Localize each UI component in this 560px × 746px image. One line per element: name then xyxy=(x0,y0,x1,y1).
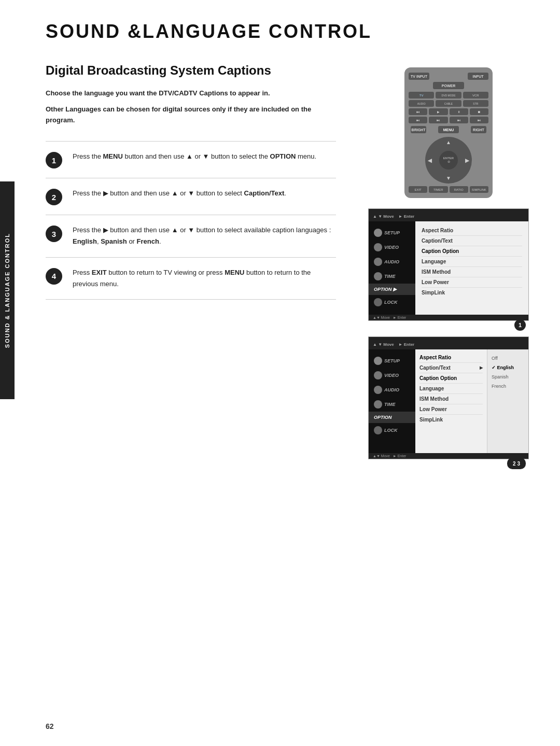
sub-english[interactable]: English xyxy=(487,363,528,372)
nav-circle: ▲ ▼ ◀ ▶ ENTER⊙ xyxy=(425,137,472,184)
nav-left-arrow[interactable]: ◀ xyxy=(428,158,432,163)
nav-down-arrow[interactable]: ▼ xyxy=(446,175,451,181)
sub-off[interactable]: Off xyxy=(487,354,528,363)
pause-btn[interactable]: ⏸ xyxy=(450,108,468,115)
caption-option-item-1[interactable]: Caption Option xyxy=(422,246,522,257)
menu-audio[interactable]: AUDIO xyxy=(369,255,415,269)
bright-btn[interactable]: BRIGHT xyxy=(411,126,426,133)
dvd-btn[interactable]: DVD MODE xyxy=(436,92,461,98)
nav-up-arrow[interactable]: ▲ xyxy=(446,139,451,145)
menu2-lock[interactable]: LOCK xyxy=(369,423,415,438)
language-item-2[interactable]: Language xyxy=(419,384,483,394)
tv-btn[interactable]: TV xyxy=(409,92,434,98)
menu-video[interactable]: VIDEO xyxy=(369,240,415,255)
caption-text-arrow: ▶ xyxy=(480,365,483,370)
step-3-text: Press the ▶ button and then use ▲ or ▼ b… xyxy=(73,224,336,247)
skip-btn[interactable]: ⏭ xyxy=(450,117,468,123)
step-1-text: Press the MENU button and then use ▲ or … xyxy=(73,151,336,162)
menu-option[interactable]: OPTION ▶ xyxy=(369,284,415,295)
intro-text-2: Other Languages can be chosen for digita… xyxy=(46,104,336,126)
menu2-video[interactable]: VIDEO xyxy=(369,368,415,383)
source-btn-row: AUDIO CABLE STR xyxy=(409,100,488,107)
str-btn[interactable]: STR xyxy=(463,100,488,107)
menu-1-footer-text: ▲▼ Move ► Enter xyxy=(373,316,406,319)
lock-label: LOCK xyxy=(384,300,398,305)
sub-spanish[interactable]: Spanish xyxy=(487,372,528,382)
ism-method-item-1[interactable]: ISM Method xyxy=(422,267,522,277)
cable-btn[interactable]: CABLE xyxy=(436,100,461,107)
lock2-icon xyxy=(374,426,382,434)
menu2-time[interactable]: TIME xyxy=(369,397,415,412)
tv-input-btn[interactable]: TV INPUT xyxy=(409,73,429,80)
rew-btn[interactable]: ⏮ xyxy=(409,108,427,115)
ism-method-item-2[interactable]: ISM Method xyxy=(419,394,483,404)
aspect-ratio-item-1[interactable]: Aspect Ratio xyxy=(422,226,522,236)
menu-time[interactable]: TIME xyxy=(369,269,415,284)
menu2-setup[interactable]: SETUP xyxy=(369,354,415,368)
nav-right-arrow[interactable]: ▶ xyxy=(465,158,469,163)
timer-btn[interactable]: TIMER xyxy=(429,186,447,193)
setup2-icon xyxy=(374,357,382,365)
audio2-icon xyxy=(374,386,382,394)
stop-btn[interactable]: ⏹ xyxy=(470,108,488,115)
left-column: Digital Broadcasting System Captions Cho… xyxy=(46,63,336,300)
menu-2-header-text: ▲ ▼ Move ► Enter xyxy=(373,342,414,347)
page-title: SOUND &LANGUAGE CONTROL xyxy=(46,21,529,43)
badge-23: 2 3 xyxy=(507,458,526,469)
menu-1-inner: SETUP VIDEO AUDIO TIME OP xyxy=(369,221,528,315)
step-2-row: 2 Press the ▶ button and then use ▲ or ▼… xyxy=(46,178,336,215)
play-btn[interactable]: ▶ xyxy=(429,108,447,115)
ff2-btn[interactable]: ⏭ xyxy=(470,117,488,123)
power-btn[interactable]: POWER xyxy=(433,82,464,89)
caption-text-item-1[interactable]: Caption/Text xyxy=(422,236,522,246)
prev-btn[interactable]: ⏭ xyxy=(409,117,427,123)
audio-btn[interactable]: AUDIO xyxy=(409,100,434,107)
intro-text-1: Choose the language you want the DTV/CAD… xyxy=(46,88,336,99)
right-btn[interactable]: RIGHT xyxy=(471,126,486,133)
menu-btn[interactable]: MENU xyxy=(438,126,459,133)
step-2-text: Press the ▶ button and then use ▲ or ▼ b… xyxy=(73,188,336,199)
low-power-item-1[interactable]: Low Power xyxy=(422,277,522,288)
setup-label: SETUP xyxy=(384,230,400,235)
caption-submenu: Off English Spanish French xyxy=(487,349,528,453)
vcr-btn[interactable]: VCR xyxy=(463,92,488,98)
main-content: SOUND &LANGUAGE CONTROL Digital Broadcas… xyxy=(15,0,560,746)
sub-french[interactable]: French xyxy=(487,382,528,391)
remote-power-row: POWER xyxy=(409,82,488,89)
skip-row: ⏭ ⏭ ⏭ ⏭ xyxy=(409,117,488,123)
menu-2-footer: ▲▼ Move ► Enter xyxy=(369,453,528,459)
menu-2-header: ▲ ▼ Move ► Enter xyxy=(369,337,528,349)
language-item-1[interactable]: Language xyxy=(422,257,522,267)
exit-btn[interactable]: EXIT xyxy=(409,186,427,193)
simplink-item-2[interactable]: SimpLink xyxy=(419,415,483,425)
menu-2-footer-text: ▲▼ Move ► Enter xyxy=(373,454,406,458)
video2-label: VIDEO xyxy=(384,373,399,378)
right-panel: TV INPUT INPUT POWER TV DVD MODE VCR AUD… xyxy=(368,67,529,475)
step-2-number: 2 xyxy=(46,189,62,205)
menu2-option[interactable]: OPTION xyxy=(369,412,415,423)
input-btn[interactable]: INPUT xyxy=(468,73,488,80)
menu-1-right: Aspect Ratio Caption/Text Caption Option… xyxy=(415,221,528,315)
remote-nav: ▲ ▼ ◀ ▶ ENTER⊙ xyxy=(425,137,472,184)
remote-top-row: TV INPUT INPUT xyxy=(409,73,488,80)
aspect-ratio-item-2[interactable]: Aspect Ratio xyxy=(419,353,483,363)
option-label: OPTION ▶ xyxy=(374,287,397,292)
menu-lock[interactable]: LOCK xyxy=(369,295,415,309)
time2-icon xyxy=(374,400,382,409)
caption-text-item-2[interactable]: Caption/Text ▶ xyxy=(419,363,483,373)
side-tab-text: SOUND & LANGUAGE CONTROL xyxy=(4,233,10,348)
ratio-btn[interactable]: RATIO xyxy=(450,186,468,193)
simplink-item-1[interactable]: SimpLink xyxy=(422,288,522,298)
step-4-number: 4 xyxy=(46,268,62,285)
step-3-row: 3 Press the ▶ button and then use ▲ or ▼… xyxy=(46,215,336,257)
step-4-text: Press EXIT button to return to TV viewin… xyxy=(73,267,336,290)
menu-setup[interactable]: SETUP xyxy=(369,226,415,240)
enter-btn[interactable]: ENTER⊙ xyxy=(439,151,458,170)
simplink-btn[interactable]: SIMPLINK xyxy=(470,186,488,193)
caption-option-item-2[interactable]: Caption Option xyxy=(419,373,483,384)
low-power-item-2[interactable]: Low Power xyxy=(419,404,483,415)
ff-btn[interactable]: ⏭ xyxy=(429,117,447,123)
menu-label-row: BRIGHT MENU RIGHT xyxy=(409,125,488,134)
menu-screenshot-1: ▲ ▼ Move ► Enter SETUP VIDEO AUDIO xyxy=(368,208,529,321)
menu2-audio[interactable]: AUDIO xyxy=(369,383,415,397)
